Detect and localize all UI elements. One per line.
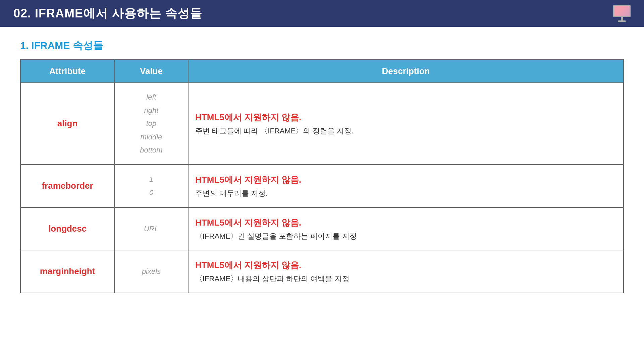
- cell-attribute: marginheight: [20, 250, 114, 293]
- table-row: frameborder1 0HTML5에서 지원하지 않음.주변의 테두리를 지…: [20, 165, 624, 207]
- col-header-value: Value: [114, 60, 188, 83]
- table-wrapper: Attribute Value Description alignleft ri…: [0, 59, 644, 293]
- cell-value: URL: [114, 207, 188, 250]
- monitor-base: [618, 20, 626, 22]
- description-text: 주변 태그들에 따라 〈IFRAME〉의 정렬을 지정.: [195, 125, 616, 137]
- cell-value: 1 0: [114, 165, 188, 207]
- cell-attribute: frameborder: [20, 165, 114, 207]
- monitor-icon: [613, 5, 631, 22]
- cell-description: HTML5에서 지원하지 않음.주변의 테두리를 지정.: [188, 165, 624, 207]
- not-supported-label: HTML5에서 지원하지 않음.: [195, 172, 616, 187]
- cell-attribute: longdesc: [20, 207, 114, 250]
- not-supported-label: HTML5에서 지원하지 않음.: [195, 215, 616, 230]
- cell-description: HTML5에서 지원하지 않음.〈IFRAME〉긴 설명글을 포함하는 페이지를…: [188, 207, 624, 250]
- page-title: 02. IFRAME에서 사용하는 속성들: [13, 5, 202, 22]
- cell-value: left right top middle bottom: [114, 83, 188, 165]
- not-supported-label: HTML5에서 지원하지 않음.: [195, 110, 616, 125]
- cell-description: HTML5에서 지원하지 않음.주변 태그들에 따라 〈IFRAME〉의 정렬을…: [188, 83, 624, 165]
- description-text: 〈IFRAME〉긴 설명글을 포함하는 페이지를 지정: [195, 230, 616, 242]
- header-bar: 02. IFRAME에서 사용하는 속성들: [0, 0, 644, 27]
- cell-description: HTML5에서 지원하지 않음.〈IFRAME〉내용의 상단과 하단의 여백을 …: [188, 250, 624, 293]
- table-row: longdescURLHTML5에서 지원하지 않음.〈IFRAME〉긴 설명글…: [20, 207, 624, 250]
- description-text: 주변의 테두리를 지정.: [195, 187, 616, 199]
- col-header-description: Description: [188, 60, 624, 83]
- table-row: marginheightpixelsHTML5에서 지원하지 않음.〈IFRAM…: [20, 250, 624, 293]
- table-row: alignleft right top middle bottomHTML5에서…: [20, 83, 624, 165]
- description-text: 〈IFRAME〉내용의 상단과 하단의 여백을 지정: [195, 273, 616, 285]
- cell-attribute: align: [20, 83, 114, 165]
- section-title: 1. IFRAME 속성들: [0, 27, 644, 59]
- monitor-screen: [613, 5, 631, 17]
- table-header-row: Attribute Value Description: [20, 60, 624, 83]
- cell-value: pixels: [114, 250, 188, 293]
- monitor-stand: [621, 17, 623, 20]
- attributes-table: Attribute Value Description alignleft ri…: [20, 59, 624, 293]
- col-header-attribute: Attribute: [20, 60, 114, 83]
- not-supported-label: HTML5에서 지원하지 않음.: [195, 258, 616, 273]
